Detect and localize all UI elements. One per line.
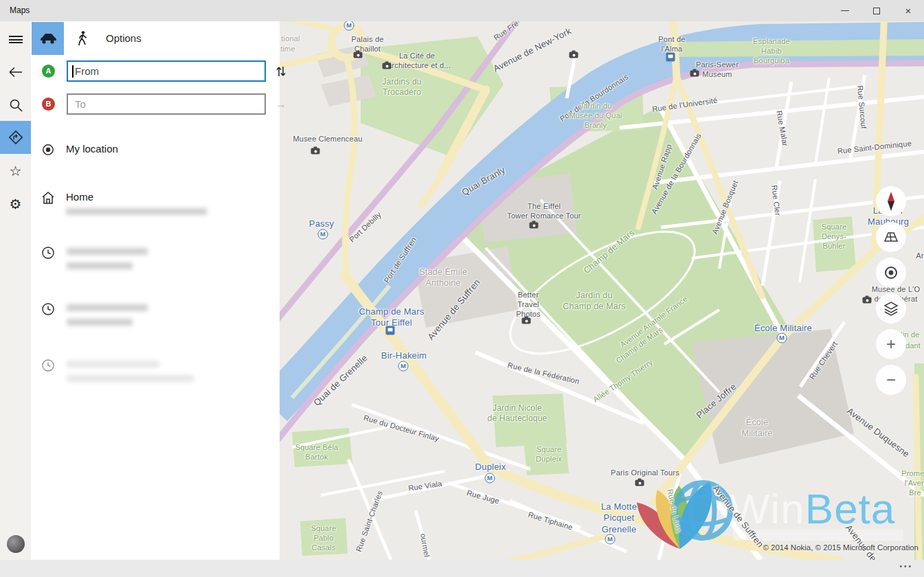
from-input[interactable] bbox=[67, 60, 266, 82]
map-label: Quai de Grenelle bbox=[311, 352, 370, 408]
menu-button[interactable] bbox=[0, 23, 31, 56]
camera-poi-icon bbox=[354, 52, 363, 58]
map-label: Rue Cler bbox=[769, 185, 782, 216]
camera-poi-icon bbox=[522, 318, 531, 324]
more-button[interactable]: ••• bbox=[899, 563, 913, 570]
camera-poi-icon bbox=[383, 63, 392, 69]
map-label: La Cité de l'Architecture et d... bbox=[383, 52, 451, 71]
metro-station-icon: M bbox=[398, 361, 409, 372]
recent-item[interactable] bbox=[31, 245, 280, 281]
map-label: Passy bbox=[309, 218, 334, 229]
map-label: Square Pablo Casals bbox=[311, 524, 337, 552]
close-button[interactable]: × bbox=[892, 0, 924, 21]
map-label: time bbox=[280, 45, 295, 54]
camera-poi-icon bbox=[530, 223, 539, 229]
map-label: Rue Chevert bbox=[807, 340, 840, 382]
avatar[interactable] bbox=[7, 535, 25, 553]
map-label: Rue du Docteur Finlay bbox=[362, 414, 440, 444]
drive-mode-button[interactable] bbox=[32, 22, 64, 55]
walking-person-icon bbox=[78, 31, 87, 46]
map-label: Place Joffre bbox=[695, 381, 739, 421]
car-icon bbox=[38, 32, 58, 45]
directions-button[interactable] bbox=[0, 121, 31, 154]
recent-text-blurred bbox=[67, 319, 133, 326]
layers-button[interactable] bbox=[876, 293, 906, 324]
back-arrow-icon bbox=[8, 67, 23, 78]
map-label: Pont de l'Alma bbox=[658, 35, 685, 54]
rer-station-icon bbox=[386, 326, 395, 335]
map-label: La Motte Picquet Grenelle bbox=[601, 501, 637, 535]
recent-item[interactable] bbox=[31, 358, 280, 394]
recent-text-blurred bbox=[67, 262, 133, 269]
my-location-icon bbox=[41, 142, 56, 157]
map-label: Square Béla Bartók bbox=[295, 443, 339, 462]
locate-me-icon bbox=[883, 265, 899, 280]
recent-text-blurred bbox=[67, 248, 148, 255]
walk-mode-button[interactable] bbox=[74, 22, 91, 55]
get-directions-button[interactable]: → bbox=[273, 96, 289, 113]
maximize-button[interactable] bbox=[861, 0, 892, 21]
plus-icon: + bbox=[886, 336, 896, 352]
app-title: Maps bbox=[10, 5, 30, 15]
metro-station-icon: M bbox=[485, 473, 495, 484]
close-icon: × bbox=[905, 5, 912, 16]
metro-station-icon: M bbox=[605, 534, 616, 545]
camera-poi-icon bbox=[863, 297, 872, 304]
my-location-label: My location bbox=[66, 143, 118, 155]
map-label-layer: tionaltimePalais de ChaillotLa Cité de l… bbox=[280, 21, 924, 560]
gear-icon: ⚙ bbox=[10, 197, 22, 211]
swap-directions-button[interactable] bbox=[273, 63, 289, 80]
search-button[interactable] bbox=[0, 89, 31, 121]
clock-icon bbox=[41, 302, 56, 317]
map-label: dant bbox=[905, 341, 921, 351]
recent-item[interactable] bbox=[31, 302, 280, 337]
favorites-button[interactable]: ☆ bbox=[0, 155, 31, 187]
map-label: Avenue Duquesne bbox=[844, 405, 911, 460]
metro-station-icon: M bbox=[344, 21, 354, 31]
titlebar: Maps × bbox=[0, 0, 924, 21]
compass-button[interactable] bbox=[876, 186, 906, 216]
zoom-in-button[interactable]: + bbox=[876, 329, 906, 359]
map-label: Paris-Sewer Museum bbox=[696, 60, 739, 80]
map-label: École Militaire bbox=[742, 418, 773, 439]
app-command-bar: ••• bbox=[0, 560, 924, 577]
star-icon: ☆ bbox=[10, 164, 22, 178]
home-icon bbox=[41, 190, 56, 205]
map-label: Ar bbox=[916, 251, 923, 261]
minus-icon: − bbox=[886, 372, 896, 388]
to-input[interactable] bbox=[67, 93, 266, 115]
locate-me-button[interactable] bbox=[876, 258, 906, 288]
tilt-button[interactable] bbox=[876, 222, 906, 252]
map-label: The Eiffel Tower Romance Tour bbox=[507, 202, 581, 221]
my-location-item[interactable]: My location bbox=[31, 142, 280, 163]
map-label: Esplanade Habib Bourguiba bbox=[753, 37, 790, 65]
map-controls: + − bbox=[876, 186, 906, 400]
waypoint-b-badge: B bbox=[42, 98, 55, 111]
map-label: Stade Émile Anthoine bbox=[419, 267, 467, 288]
back-button[interactable] bbox=[0, 56, 31, 88]
home-address-blurred bbox=[66, 208, 207, 215]
nav-rail: ☆ ⚙ bbox=[0, 21, 31, 560]
map-label: Avenue de bbox=[843, 523, 879, 560]
metro-station-icon: M bbox=[777, 333, 787, 343]
minimize-button[interactable] bbox=[829, 0, 861, 21]
zoom-out-button[interactable]: − bbox=[876, 365, 906, 395]
recent-text-blurred bbox=[67, 375, 194, 382]
clock-icon bbox=[41, 245, 56, 260]
directions-icon bbox=[8, 129, 24, 146]
settings-button[interactable]: ⚙ bbox=[0, 188, 31, 220]
compass-needle-icon bbox=[886, 191, 897, 212]
map-label: Port de Suffren bbox=[382, 236, 418, 285]
directions-panel: Options A B → My location Home bbox=[31, 21, 280, 560]
options-link[interactable]: Options bbox=[106, 21, 142, 56]
clock-icon bbox=[41, 358, 56, 373]
map-canvas[interactable]: WinBeta tionaltimePalais de ChaillotLa C… bbox=[280, 21, 924, 560]
map-label: Bir-Hakeim bbox=[381, 350, 427, 361]
map-label: Avenue Bosquet bbox=[710, 179, 741, 236]
map-label: Port Debilly bbox=[348, 210, 383, 245]
home-item[interactable]: Home bbox=[31, 190, 280, 225]
map-label: Paris Original Tours bbox=[611, 468, 679, 478]
map-label: Rue Malar bbox=[774, 110, 790, 147]
map-label: Allée Thomy Thierry bbox=[591, 358, 655, 405]
map-label: Jardins du Trocadéro bbox=[382, 77, 421, 98]
